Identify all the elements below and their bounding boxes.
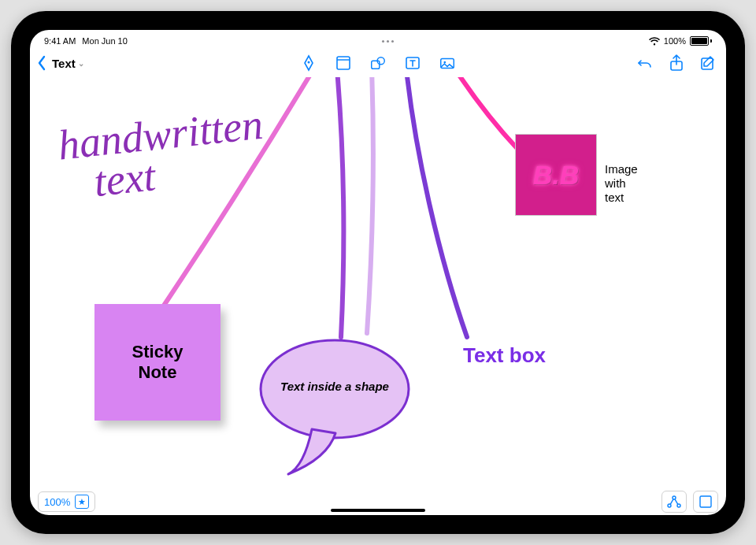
status-bar: 9:41 AM Mon Jun 10 100% (30, 30, 726, 49)
undo-button[interactable] (636, 54, 654, 72)
inserted-image[interactable]: B.B (515, 134, 597, 216)
compose-button[interactable] (699, 54, 717, 72)
text-box[interactable]: Text box (463, 343, 546, 368)
sticky-note[interactable]: Sticky Note (94, 304, 220, 421)
svg-rect-2 (372, 61, 380, 69)
favorite-icon: ★ (75, 495, 89, 509)
svg-point-0 (308, 61, 310, 64)
document-title-label: Text (52, 57, 76, 70)
text-tool-button[interactable] (404, 54, 421, 72)
document-title-button[interactable]: Text ⌄ (52, 57, 84, 70)
sticky-note-tool-button[interactable] (335, 54, 352, 72)
pen-tool-button[interactable] (300, 54, 317, 72)
status-time: 9:41 AM (44, 36, 76, 46)
wifi-icon (649, 37, 660, 46)
sticky-note-label: Sticky Note (132, 342, 183, 383)
home-indicator[interactable] (331, 509, 425, 512)
toolbar: Text ⌄ (30, 49, 726, 77)
zoom-level-label: 100% (44, 496, 70, 508)
image-caption: Image with text (605, 162, 638, 205)
svg-point-12 (677, 504, 680, 507)
connections-button[interactable] (662, 491, 687, 513)
chevron-down-icon: ⌄ (78, 59, 84, 68)
freeform-canvas[interactable]: handwritten text Sticky Note Text inside… (30, 77, 726, 488)
status-date: Mon Jun 10 (82, 36, 127, 46)
media-tool-button[interactable] (439, 54, 456, 72)
handwritten-text[interactable]: handwritten text (56, 105, 269, 206)
ipad-frame: 9:41 AM Mon Jun 10 100% (11, 11, 745, 534)
speech-bubble-text: Text inside a shape (257, 380, 413, 393)
share-button[interactable] (668, 54, 685, 72)
screen: 9:41 AM Mon Jun 10 100% (30, 30, 726, 515)
battery-icon (690, 36, 712, 46)
svg-rect-1 (337, 57, 350, 69)
back-button[interactable] (36, 55, 47, 71)
image-text: B.B (533, 160, 580, 191)
svg-point-11 (673, 496, 676, 499)
zoom-control[interactable]: 100% ★ (38, 491, 95, 512)
svg-point-10 (668, 504, 671, 507)
battery-percent: 100% (664, 36, 686, 46)
multitask-dots[interactable] (382, 40, 394, 43)
svg-point-6 (443, 61, 446, 64)
minimap-button[interactable] (693, 491, 718, 513)
shapes-tool-button[interactable] (369, 54, 387, 72)
speech-bubble-shape[interactable]: Text inside a shape (257, 332, 413, 480)
svg-rect-13 (700, 496, 711, 507)
